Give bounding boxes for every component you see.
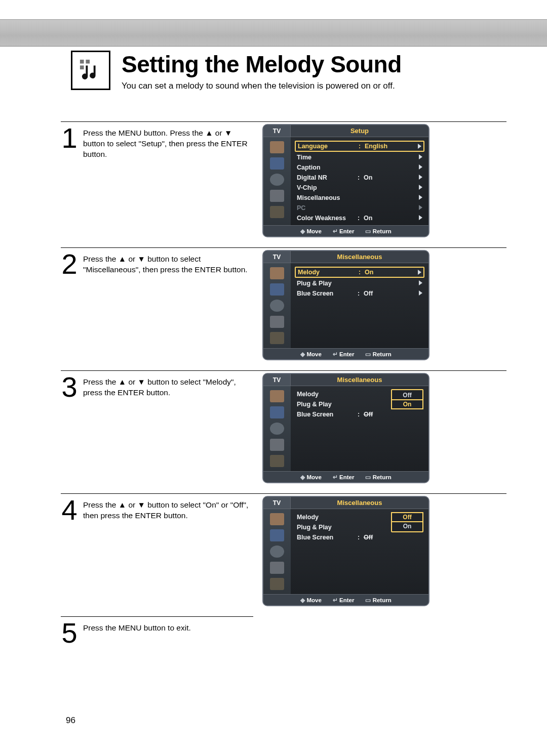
osd-row[interactable]: V-Chip bbox=[295, 183, 424, 193]
hint-enter: ↵ Enter bbox=[333, 351, 355, 358]
osd-row-label: Plug & Play bbox=[297, 280, 358, 287]
osd-row[interactable]: Digital NR:On bbox=[295, 173, 424, 183]
osd-misc: TV Miscellaneous Melody:OnPlug & PlayBlu… bbox=[262, 250, 429, 360]
osd-side-icons bbox=[263, 386, 291, 471]
side-icon bbox=[270, 423, 284, 435]
step: 3 Press the ▲ or ▼ button to select "Mel… bbox=[61, 370, 506, 483]
svg-rect-0 bbox=[80, 60, 84, 64]
osd-footer: ◆ Move ↵ Enter ▭ Return bbox=[263, 594, 428, 605]
hint-move: ◆ Move bbox=[300, 351, 322, 358]
osd-side-icons bbox=[263, 509, 291, 594]
osd-row-colon: : bbox=[359, 269, 365, 276]
osd-row[interactable]: Blue Screen:Off bbox=[295, 532, 424, 542]
step-text: Press the ▲ or ▼ button to select "Misce… bbox=[83, 252, 253, 275]
osd-title: Setup bbox=[291, 125, 428, 137]
section-icon bbox=[71, 51, 110, 90]
osd-row-value: Off bbox=[364, 411, 422, 418]
side-icon bbox=[270, 332, 284, 344]
side-icon bbox=[270, 300, 284, 312]
osd-row[interactable]: Miscellaneous bbox=[295, 193, 424, 203]
side-icon bbox=[270, 267, 284, 279]
step-text: Press the MENU button to exit. bbox=[83, 621, 191, 634]
side-icon bbox=[270, 174, 284, 186]
side-icon bbox=[270, 390, 284, 402]
dropdown-option[interactable]: On bbox=[391, 399, 423, 409]
osd-row[interactable]: Color Weakness:On bbox=[295, 213, 424, 223]
osd-row[interactable]: Blue Screen:Off bbox=[295, 288, 424, 299]
side-icon bbox=[270, 529, 284, 541]
osd-row-label: Plug & Play bbox=[297, 524, 358, 531]
hint-move: ◆ Move bbox=[300, 597, 322, 604]
hint-enter: ↵ Enter bbox=[333, 228, 355, 235]
osd-row-value: On bbox=[364, 215, 422, 222]
dropdown-option[interactable]: Off bbox=[392, 390, 422, 400]
osd-row-colon: : bbox=[358, 215, 364, 222]
side-icon bbox=[270, 190, 284, 202]
chevron-right-icon bbox=[419, 164, 422, 170]
osd-tv-label: TV bbox=[263, 125, 291, 137]
osd-row[interactable]: Melody:On bbox=[295, 267, 424, 278]
osd-row-colon: : bbox=[359, 143, 365, 150]
side-icon bbox=[270, 562, 284, 574]
osd-side-icons bbox=[263, 137, 291, 225]
osd-row-label: Blue Screen bbox=[297, 290, 358, 297]
osd-row-label: Blue Screen bbox=[297, 534, 358, 541]
dropdown-option[interactable]: Off bbox=[391, 512, 423, 522]
chevron-right-icon bbox=[418, 144, 421, 149]
side-icon bbox=[270, 578, 284, 590]
osd-tv-label: TV bbox=[263, 374, 291, 386]
dropdown-option[interactable]: On bbox=[392, 521, 422, 531]
side-icon bbox=[270, 157, 284, 170]
osd-row[interactable]: Plug & Play bbox=[295, 278, 424, 288]
osd-row[interactable]: Caption bbox=[295, 162, 424, 173]
osd-row-colon: : bbox=[358, 534, 364, 541]
chevron-right-icon bbox=[419, 205, 422, 210]
osd-list: Language:EnglishTimeCaptionDigital NR:On… bbox=[291, 137, 428, 225]
osd-row[interactable]: Language:English bbox=[295, 141, 424, 152]
osd-side-icons bbox=[263, 263, 291, 348]
page-number: 96 bbox=[66, 716, 75, 726]
step-text: Press the MENU button. Press the ▲ or ▼ … bbox=[83, 126, 253, 160]
svg-rect-2 bbox=[80, 65, 84, 69]
top-metal-band bbox=[0, 19, 547, 47]
osd-row[interactable]: PC bbox=[295, 203, 424, 213]
hint-return: ▭ Return bbox=[365, 597, 391, 604]
step-number: 5 bbox=[61, 621, 78, 645]
osd-row-label: Melody bbox=[297, 514, 358, 521]
osd-setup: TV Setup Language:EnglishTimeCaptionDigi… bbox=[262, 124, 429, 237]
osd-row-value: On bbox=[365, 269, 421, 276]
chevron-right-icon bbox=[419, 175, 422, 180]
osd-row-label: Time bbox=[297, 154, 358, 161]
osd-row[interactable]: Time bbox=[295, 152, 424, 162]
side-icon bbox=[270, 406, 284, 418]
osd-row-label: Plug & Play bbox=[297, 401, 358, 408]
osd-title: Miscellaneous bbox=[291, 374, 428, 386]
osd-row[interactable]: Blue Screen:Off bbox=[295, 409, 424, 419]
side-icon bbox=[270, 283, 284, 296]
manual-page: Setting the Melody Sound You can set a m… bbox=[0, 0, 547, 756]
melody-dropdown[interactable]: OffOn bbox=[391, 389, 423, 409]
osd-row-label: V-Chip bbox=[297, 184, 358, 191]
osd-title: Miscellaneous bbox=[291, 497, 428, 509]
melody-dropdown[interactable]: OffOn bbox=[391, 512, 423, 532]
hint-move: ◆ Move bbox=[300, 228, 322, 235]
hint-return: ▭ Return bbox=[365, 351, 391, 358]
osd-title: Miscellaneous bbox=[291, 251, 428, 263]
melody-icon bbox=[79, 59, 102, 82]
chevron-right-icon bbox=[419, 185, 422, 190]
step-number: 4 bbox=[61, 498, 78, 522]
step: 4 Press the ▲ or ▼ button to select "On"… bbox=[61, 493, 506, 606]
osd-row-label: Blue Screen bbox=[297, 411, 358, 418]
side-icon bbox=[270, 513, 284, 525]
step-text: Press the ▲ or ▼ button to select "On" o… bbox=[83, 498, 253, 521]
side-icon bbox=[270, 545, 284, 558]
osd-row-value: On bbox=[364, 174, 422, 181]
osd-tv-label: TV bbox=[263, 251, 291, 263]
osd-row-value: Off bbox=[364, 534, 422, 541]
chevron-right-icon bbox=[418, 270, 421, 275]
osd-row-colon: : bbox=[358, 174, 364, 181]
osd-footer: ◆ Move ↵ Enter ▭ Return bbox=[263, 471, 428, 482]
step-number: 2 bbox=[61, 252, 78, 276]
hint-enter: ↵ Enter bbox=[333, 597, 355, 604]
step-number: 1 bbox=[61, 126, 78, 150]
